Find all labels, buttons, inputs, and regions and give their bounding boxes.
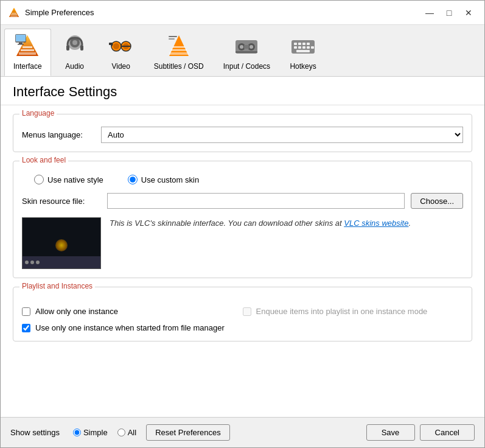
svg-rect-8 — [21, 49, 34, 51]
vlc-skins-link[interactable]: VLC skins website — [344, 219, 408, 228]
bottom-right: Save Cancel — [366, 424, 475, 441]
skin-resource-row: Skin resource file: Choose... — [22, 193, 463, 209]
playlist-right-col: Enqueue items into playlist in one insta… — [243, 299, 464, 316]
svg-rect-13 — [18, 44, 24, 45]
all-label: All — [128, 428, 136, 437]
look-feel-label: Look and feel — [19, 156, 68, 164]
svg-rect-2 — [12, 13, 16, 14]
svg-rect-47 — [307, 46, 310, 49]
svg-rect-29 — [169, 52, 189, 55]
svg-point-36 — [249, 45, 253, 49]
content-area: Interface Settings Language Menus langua… — [1, 77, 484, 417]
skin-preview-inner — [23, 218, 100, 257]
maximize-button[interactable]: □ — [441, 5, 458, 20]
native-style-radio[interactable] — [34, 175, 44, 184]
menus-language-label: Menus language: — [22, 130, 95, 139]
enqueue-checkbox[interactable] — [243, 307, 251, 316]
playlist-checks: Allow only one instance Use only one ins… — [22, 299, 463, 332]
language-section: Language Menus language: Auto English Fr… — [13, 114, 472, 152]
native-style-option[interactable]: Use native style — [34, 175, 103, 184]
skin-resource-input[interactable] — [107, 193, 405, 209]
svg-rect-17 — [66, 45, 69, 51]
svg-rect-49 — [296, 50, 310, 52]
look-feel-section: Look and feel Use native style Use custo… — [13, 161, 472, 278]
svg-rect-9 — [19, 52, 36, 55]
minimize-button[interactable]: — — [421, 5, 438, 20]
skin-description: This is VLC's skinnable interface. You c… — [110, 217, 463, 229]
simple-label: Simple — [83, 428, 108, 437]
tab-input[interactable]: Input / Codecs — [214, 29, 279, 76]
all-radio[interactable] — [117, 429, 125, 436]
svg-rect-7 — [23, 46, 32, 48]
tab-interface-label: Interface — [13, 62, 42, 71]
tab-bar: Interface Audio — [1, 25, 484, 77]
svg-rect-40 — [294, 43, 297, 45]
close-button[interactable]: ✕ — [460, 5, 477, 20]
svg-rect-28 — [171, 49, 187, 51]
native-style-label: Use native style — [47, 175, 103, 184]
cancel-button[interactable]: Cancel — [420, 424, 475, 441]
svg-rect-27 — [173, 46, 185, 48]
ctrl-dot-2 — [30, 261, 34, 264]
svg-rect-43 — [307, 43, 310, 45]
tab-video-label: Video — [111, 62, 130, 71]
tab-interface[interactable]: Interface — [4, 29, 51, 76]
main-window: Simple Preferences — □ ✕ — [0, 0, 485, 448]
svg-point-16 — [72, 40, 77, 45]
settings-body: Language Menus language: Auto English Fr… — [1, 105, 484, 417]
ctrl-dot-3 — [36, 261, 40, 264]
simple-radio[interactable] — [73, 429, 81, 436]
skin-preview-image — [22, 217, 101, 269]
skin-preview-area: This is VLC's skinnable interface. You c… — [22, 217, 463, 269]
reset-preferences-button[interactable]: Reset Preferences — [146, 424, 230, 441]
svg-rect-44 — [294, 46, 297, 49]
tab-subtitles[interactable]: Subtitles / OSD — [145, 29, 213, 76]
svg-rect-46 — [302, 46, 305, 49]
enqueue-label: Enqueue items into playlist in one insta… — [256, 307, 428, 316]
all-radio-option[interactable]: All — [117, 428, 136, 437]
page-title: Interface Settings — [1, 77, 484, 105]
use-one-instance-fm-row: Use only one instance when started from … — [22, 323, 243, 332]
hotkeys-tab-icon — [290, 33, 316, 60]
custom-skin-radio[interactable] — [128, 175, 138, 184]
skin-desc-text: This is VLC's skinnable interface. You c… — [110, 219, 342, 228]
choose-button[interactable]: Choose... — [411, 193, 463, 209]
save-button[interactable]: Save — [366, 424, 415, 441]
use-one-instance-fm-checkbox[interactable] — [22, 324, 30, 332]
language-section-label: Language — [19, 109, 57, 117]
title-bar-controls: — □ ✕ — [421, 5, 477, 20]
simple-radio-option[interactable]: Simple — [73, 428, 108, 437]
playlist-left-col: Allow only one instance Use only one ins… — [22, 299, 243, 332]
tab-input-label: Input / Codecs — [223, 62, 270, 71]
svg-rect-41 — [298, 43, 301, 45]
custom-skin-option[interactable]: Use custom skin — [128, 175, 199, 184]
enqueue-row: Enqueue items into playlist in one insta… — [243, 307, 464, 316]
allow-one-instance-checkbox[interactable] — [22, 307, 30, 316]
audio-tab-icon — [61, 33, 88, 60]
show-settings-label: Show settings — [10, 428, 60, 437]
skin-controls-bar — [23, 256, 100, 268]
svg-rect-42 — [302, 43, 305, 45]
tab-hotkeys-label: Hotkeys — [290, 62, 316, 71]
svg-point-20 — [113, 43, 119, 49]
playlist-section: Playlist and Instances Allow only one in… — [13, 287, 472, 341]
svg-rect-37 — [244, 45, 249, 49]
window-title: Simple Preferences — [25, 8, 94, 17]
svg-rect-11 — [16, 35, 26, 41]
svg-rect-48 — [311, 46, 314, 49]
menus-language-select[interactable]: Auto English French German Spanish — [101, 127, 463, 143]
svg-rect-45 — [298, 46, 301, 49]
allow-one-instance-row: Allow only one instance — [22, 307, 243, 316]
allow-one-instance-label: Allow only one instance — [35, 307, 118, 316]
svg-rect-31 — [169, 38, 175, 40]
skin-glow-effect — [55, 239, 68, 251]
tab-video[interactable]: Video — [99, 29, 144, 76]
playlist-section-label: Playlist and Instances — [19, 282, 95, 290]
svg-rect-38 — [236, 51, 257, 53]
svg-rect-3 — [11, 14, 17, 15]
subtitles-tab-icon — [166, 33, 192, 60]
svg-marker-1 — [9, 8, 19, 17]
svg-point-35 — [240, 45, 243, 49]
tab-audio[interactable]: Audio — [52, 29, 97, 76]
tab-hotkeys[interactable]: Hotkeys — [281, 29, 326, 76]
